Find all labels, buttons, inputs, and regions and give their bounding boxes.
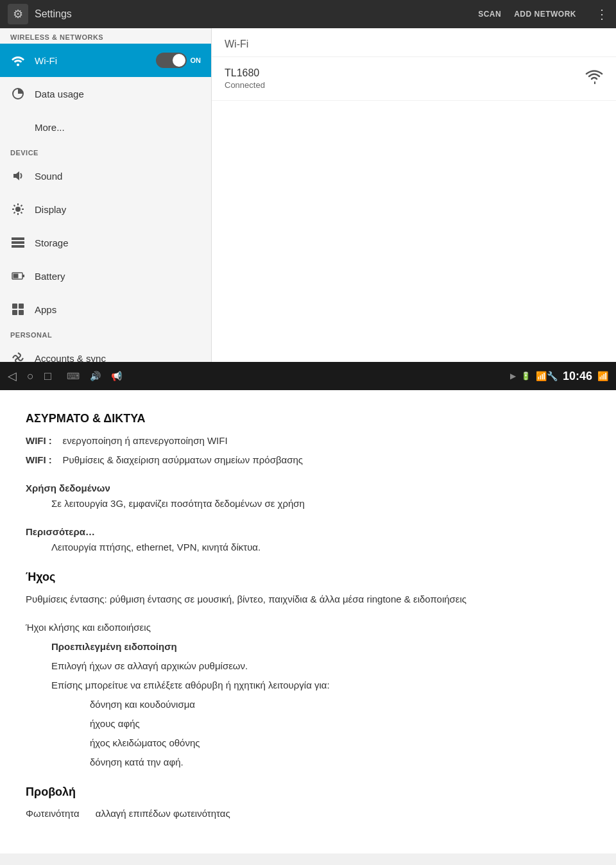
wifi-label2: WIFI :: [26, 454, 52, 465]
more-icon: [10, 119, 26, 135]
svg-marker-2: [13, 171, 19, 180]
battery-status-icon: 🔋: [521, 372, 531, 381]
play-icon: ▶: [510, 372, 516, 381]
ringtone-section: Ήχοι κλήσης και ειδοποιήσεις Προεπιλεγμέ…: [26, 620, 590, 770]
data-usage-icon: [10, 86, 26, 101]
storage-label: Storage: [35, 237, 69, 248]
brightness-label: Φωτεινότητα: [26, 808, 80, 819]
more-label-text: Περισσότερα…: [26, 526, 95, 537]
section-header-wireless: WIRELESS & NETWORKS: [0, 28, 211, 44]
brightness-desc: αλλαγή επιπέδων φωτεινότητας: [96, 808, 230, 819]
settings-icon: ⚙: [8, 4, 28, 24]
section-header-personal: PERSONAL: [0, 326, 211, 341]
volume-icon: 🔊: [90, 371, 101, 381]
sidebar-item-more[interactable]: More...: [0, 110, 211, 144]
wifi-label: Wi-Fi: [35, 55, 57, 66]
data-usage-label: Χρήση δεδομένων: [26, 483, 110, 493]
volume2-icon: 📢: [111, 371, 122, 381]
sound-desc: Ρυθμίσεις έντασης: ρύθμιση έντασης σε μο…: [26, 592, 590, 607]
svg-rect-13: [19, 310, 24, 315]
svg-point-3: [15, 207, 21, 212]
more-section: Περισσότερα… Λειτουργία πτήσης, ethernet…: [26, 524, 590, 555]
svg-rect-11: [19, 304, 24, 309]
home-button[interactable]: ○: [27, 370, 34, 383]
svg-rect-4: [12, 237, 24, 240]
data-usage-text: Χρήση δεδομένων Σε λειτουργία 3G, εμφανί…: [26, 481, 590, 511]
text-content: ΑΣΥΡΜΑΤΟ & ΔΙΚΤΥΑ WIFI : ενεργοποίηση ή …: [0, 390, 616, 853]
svg-rect-10: [12, 304, 17, 309]
keyboard-icon: ⌨: [67, 371, 80, 381]
sound-label: Sound: [35, 171, 62, 182]
sound-section: Ήχος Ρυθμίσεις έντασης: ρύθμιση έντασης …: [26, 568, 590, 607]
sidebar-item-storage[interactable]: Storage: [0, 226, 211, 259]
preferred-text: Προεπιλεγμένη ειδοποίηση: [51, 641, 177, 652]
apps-icon: [10, 302, 26, 317]
svg-rect-12: [12, 310, 17, 315]
sidebar-item-apps[interactable]: Apps: [0, 293, 211, 326]
settings-panel: WIRELESS & NETWORKS Wi-Fi ON: [0, 28, 616, 362]
sidebar-item-data-usage[interactable]: Data usage: [0, 77, 211, 110]
svg-rect-8: [22, 275, 24, 277]
signal-icons: 📶🔧: [536, 371, 558, 381]
svg-rect-6: [12, 245, 24, 248]
data-usage-desc: Σε λειτουργία 3G, εμφανίζει ποσότητα δεδ…: [26, 498, 305, 509]
toggle-knob: [173, 54, 185, 67]
display-icon: [10, 201, 26, 217]
wifi-status-icon: 📶: [597, 371, 608, 381]
network-name: TL1680: [225, 67, 585, 79]
svg-point-0: [17, 64, 19, 66]
data-usage-label: Data usage: [35, 89, 84, 99]
sidebar-item-sound[interactable]: Sound: [0, 159, 211, 193]
recents-button[interactable]: □: [44, 370, 51, 383]
status-time: 10:46: [563, 370, 592, 383]
option3: ήχος κλειδώματος οθόνης: [26, 735, 590, 751]
wifi-section-header: Wi-Fi: [212, 28, 616, 57]
wireless-title: ΑΣΥΡΜΑΤΟ & ΔΙΚΤΥΑ: [26, 409, 590, 428]
section-header-device: DEVICE: [0, 144, 211, 159]
scan-button[interactable]: SCAN: [478, 10, 501, 19]
display-title: Προβολή: [26, 783, 590, 801]
also-label: Επίσης μπορείτυε να επιλέξετε αθόρυβη ή …: [26, 678, 590, 693]
network-status: Connected: [225, 80, 585, 90]
sidebar: WIRELESS & NETWORKS Wi-Fi ON: [0, 28, 212, 362]
more-desc: Λειτουργία πτήσης, ethernet, VPN, κινητά…: [26, 542, 261, 552]
toggle-switch[interactable]: [156, 53, 187, 68]
accounts-label: Accounts & sync: [35, 353, 106, 363]
sidebar-item-display[interactable]: Display: [0, 193, 211, 226]
status-right: ▶ 🔋 📶🔧 10:46 📶: [510, 370, 608, 383]
data-usage-section: Χρήση δεδομένων Σε λειτουργία 3G, εμφανί…: [26, 481, 590, 511]
storage-icon: [10, 235, 26, 250]
option2: ήχους αφής: [26, 716, 590, 732]
main-content: Wi-Fi TL1680 Connected: [212, 28, 616, 362]
top-actions: SCAN ADD NETWORK ⋮: [478, 6, 608, 22]
svg-rect-5: [12, 241, 24, 244]
top-bar: ⚙ Settings SCAN ADD NETWORK ⋮: [0, 0, 616, 28]
wifi-icon: [10, 53, 26, 68]
more-text: Περισσότερα… Λειτουργία πτήσης, ethernet…: [26, 524, 590, 555]
more-label: More...: [35, 122, 65, 133]
wireless-section: ΑΣΥΡΜΑΤΟ & ΔΙΚΤΥΑ WIFI : ενεργοποίηση ή …: [26, 409, 590, 468]
sidebar-item-accounts[interactable]: Accounts & sync: [0, 341, 211, 362]
app-title: Settings: [35, 8, 478, 20]
add-network-button[interactable]: ADD NETWORK: [514, 10, 576, 19]
ringtone-label: Ήχοι κλήσης και ειδοποιήσεις: [26, 620, 590, 635]
network-item[interactable]: TL1680 Connected: [212, 57, 616, 101]
wifi-signal-icon: [585, 70, 603, 87]
sound-title: Ήχος: [26, 568, 590, 587]
wifi-toggle[interactable]: ON: [156, 53, 201, 68]
sidebar-item-wifi[interactable]: Wi-Fi ON: [0, 44, 211, 77]
sound-icon: [10, 168, 26, 184]
apps-label: Apps: [35, 304, 56, 315]
option1: δόνηση και κουδούνισμα: [26, 697, 590, 712]
wifi-label1: WIFI :: [26, 435, 52, 446]
wifi-text1: ενεργοποίηση ή απενεργοποίηση WIFI: [63, 435, 228, 446]
back-button[interactable]: ◁: [8, 369, 17, 383]
battery-icon: [10, 268, 26, 284]
sidebar-item-battery[interactable]: Battery: [0, 259, 211, 293]
select-sounds-text: Επιλογή ήχων σε αλλαγή αρχικών ρυθμίσεων…: [26, 658, 590, 674]
more-options-icon[interactable]: ⋮: [595, 6, 608, 22]
svg-rect-9: [13, 274, 19, 278]
display-label: Display: [35, 204, 66, 215]
accounts-icon: [10, 350, 26, 362]
wifi-text2: Ρυθμίσεις & διαχείριση ασύρματων σημείων…: [63, 454, 304, 465]
